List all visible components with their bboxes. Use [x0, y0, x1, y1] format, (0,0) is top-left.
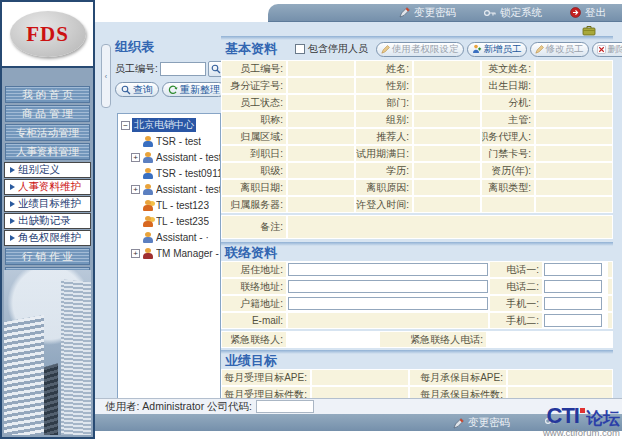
- field-value: [414, 61, 480, 76]
- field-label: 英文姓名:: [482, 61, 534, 76]
- include-disabled-option: 包含停用人员: [295, 42, 368, 56]
- field-value: [288, 78, 354, 93]
- residence-address-input[interactable]: [288, 263, 488, 276]
- user-permission-button[interactable]: 使用者权限设定: [376, 42, 464, 57]
- change-password-button[interactable]: 变更密码: [399, 6, 456, 20]
- field-label: 允许登入时间:: [356, 197, 412, 212]
- collapse-minus-icon[interactable]: −: [121, 121, 130, 130]
- detail-content: 基本资料 包含停用人员 使用者权限设定 新增员工: [221, 36, 613, 403]
- user-permission-label: 使用者权限设定: [392, 43, 459, 56]
- include-disabled-label: 包含停用人员: [308, 42, 368, 56]
- briefcase-icon: [582, 24, 596, 36]
- field-label: 员工编号:: [222, 61, 286, 76]
- phone2-input[interactable]: [544, 280, 602, 293]
- org-panel: 组织表 员工编号: 查询 重新整理 −: [115, 38, 227, 97]
- registered-address-input[interactable]: [288, 297, 488, 310]
- emergency-contact-row: 紧急联络人: 紧急联络人电话:: [221, 331, 613, 348]
- pencil-icon: [453, 418, 464, 429]
- tree-node[interactable]: TL - test123: [131, 197, 220, 213]
- field-value: [288, 313, 488, 328]
- sidebar-subitem-hr-data-maintenance[interactable]: 人事资料维护: [4, 179, 91, 195]
- sidebar-subitem-attendance-record[interactable]: 出缺勤记录: [4, 213, 91, 229]
- field-label: 身分证字号:: [222, 78, 286, 93]
- panel-collapse-handle[interactable]: ‹: [101, 44, 111, 108]
- mobile1-input[interactable]: [544, 297, 602, 310]
- field-value: [288, 129, 354, 144]
- sidebar-subitem-role-permission[interactable]: 角色权限维护: [4, 230, 91, 246]
- person-manager-icon: [142, 248, 154, 259]
- org-panel-title: 组织表: [115, 38, 227, 56]
- remark-row: 备注:: [221, 215, 613, 239]
- sidebar-item-hr-data-mgmt[interactable]: 人事资料管理: [5, 143, 90, 160]
- tree-node[interactable]: + TM Manager - :: [131, 245, 220, 261]
- mailing-address-input[interactable]: [288, 280, 488, 293]
- expand-plus-icon[interactable]: +: [131, 185, 140, 194]
- tree-node[interactable]: TSR - test091108: [131, 165, 220, 181]
- field-label: 户籍地址:: [222, 296, 286, 311]
- sidebar-item-product-mgmt[interactable]: 商 品 管 理: [5, 105, 90, 122]
- expand-plus-icon[interactable]: +: [131, 249, 140, 258]
- tree-node-root[interactable]: − 北京电销中心: [121, 117, 220, 133]
- company-code-input[interactable]: [256, 400, 314, 413]
- tree-children: TSR - test + Assistant - test TSR - test…: [131, 133, 220, 261]
- pencil-icon: [381, 45, 390, 54]
- phone1-input[interactable]: [544, 263, 602, 276]
- modify-employee-button[interactable]: 修改员工: [530, 42, 589, 57]
- person-assistant-icon: [142, 232, 154, 243]
- field-value: [288, 197, 354, 212]
- sidebar-item-counter-activity-mgmt[interactable]: 专柜活动管理: [5, 124, 90, 141]
- tree-node[interactable]: + Assistant - test: [131, 149, 220, 165]
- sidebar-item-home[interactable]: 我 的 首 页: [5, 86, 90, 103]
- cti-logo-text: CTI: [547, 405, 579, 427]
- logout-label: 登出: [585, 6, 606, 20]
- change-password-label: 变更密码: [414, 6, 456, 20]
- person-tsr-icon: [142, 136, 154, 147]
- search-button[interactable]: 查询: [115, 82, 159, 97]
- basic-info-grid: 员工编号: 姓名: 英文姓名: 身分证字号: 性别: 出生日期: 员工状态: 部…: [221, 60, 613, 213]
- field-value: [312, 370, 408, 385]
- sidebar-subitem-target-maintenance[interactable]: 业绩目标维护: [4, 196, 91, 212]
- tree-node[interactable]: TL - test235: [131, 213, 220, 229]
- add-employee-button[interactable]: 新增员工: [467, 42, 527, 57]
- arrow-right-icon: [10, 167, 15, 173]
- field-value: [288, 332, 378, 347]
- application-window: 变更密码 锁定系统 登出 FDS 我 的 首 页 商 品 管 理 专柜活动管理 …: [0, 0, 622, 439]
- field-value: [488, 332, 612, 347]
- field-value: [508, 370, 612, 385]
- field-value: [288, 146, 354, 161]
- field-label: 出生日期:: [482, 78, 534, 93]
- field-label: 分机:: [482, 95, 534, 110]
- delete-x-icon: [597, 45, 606, 54]
- field-value: [414, 163, 480, 178]
- field-value: [414, 180, 480, 195]
- modify-employee-label: 修改员工: [546, 43, 584, 56]
- sidebar-item-marketing[interactable]: 行 销 作 业: [5, 248, 90, 265]
- field-value: [536, 95, 612, 110]
- sidebar-subitem-group-definition[interactable]: 组别定义: [4, 162, 91, 178]
- contact-info-title: 联络资料: [225, 244, 277, 262]
- delete-employee-button[interactable]: 删除员工: [592, 42, 622, 57]
- refresh-button[interactable]: 重新整理: [162, 82, 226, 97]
- person-teamlead-icon: [142, 200, 154, 211]
- building-shape: [4, 315, 44, 435]
- logout-icon: [570, 7, 581, 18]
- logout-button[interactable]: 登出: [570, 6, 606, 20]
- field-value: [414, 197, 480, 212]
- field-value: [288, 112, 354, 127]
- tree-node[interactable]: Assistant - ·: [131, 229, 220, 245]
- tree-node[interactable]: + Assistant - test114: [131, 181, 220, 197]
- field-value: [536, 61, 612, 76]
- include-disabled-checkbox[interactable]: [295, 44, 305, 54]
- field-label: E-mail:: [222, 313, 286, 328]
- emergency-contact-label: 紧急联络人:: [222, 332, 286, 347]
- expand-plus-icon[interactable]: +: [131, 153, 140, 162]
- lock-system-button[interactable]: 锁定系统: [484, 6, 542, 20]
- tree-node[interactable]: TSR - test: [131, 133, 220, 149]
- contact-info-grid: 居住地址: 电话一: 联络地址: 电话二: 户籍地址: 手机一: E-mail:…: [221, 261, 613, 329]
- field-value: [288, 61, 354, 76]
- subitem-label: 业绩目标维护: [18, 197, 81, 211]
- employee-id-input[interactable]: [160, 62, 206, 76]
- mobile2-input[interactable]: [544, 314, 602, 327]
- field-label: 员工状态:: [222, 95, 286, 110]
- field-label: 职称:: [222, 112, 286, 127]
